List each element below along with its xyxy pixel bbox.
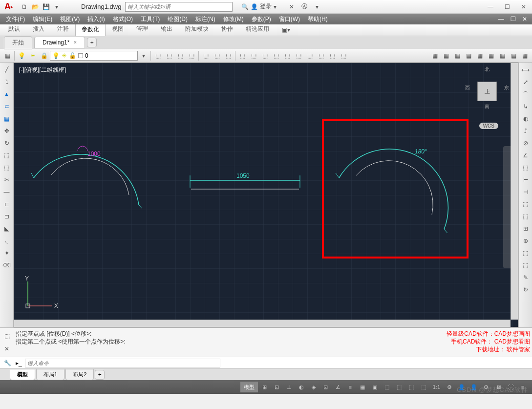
scale-label[interactable]: 1:1 — [430, 382, 443, 392]
menu-param[interactable]: 参数(P) — [248, 14, 275, 24]
layout-add-button[interactable]: + — [95, 370, 105, 380]
dim-ord-icon[interactable]: ↳ — [520, 101, 531, 112]
tool-m-icon[interactable]: ⬚ — [293, 50, 304, 61]
minimize-button[interactable]: — — [482, 1, 499, 13]
menu-dim[interactable]: 标注(N) — [192, 14, 219, 24]
offset-icon[interactable]: ⊂ — [1, 101, 12, 112]
rotate-icon[interactable]: ↻ — [1, 138, 12, 149]
explode-icon[interactable]: ✦ — [1, 248, 12, 258]
panel-g-icon[interactable]: ▦ — [497, 50, 508, 61]
ribtab-featured[interactable]: 精选应用 — [239, 22, 276, 36]
ribtab-more-icon[interactable]: ▣▾ — [276, 24, 297, 36]
qat-dropdown-icon[interactable]: ▾ — [52, 2, 62, 12]
panel-b-icon[interactable]: ▦ — [441, 50, 451, 61]
menu-format[interactable]: 格式(O) — [109, 14, 137, 24]
tool-n-icon[interactable]: ⬚ — [304, 50, 315, 61]
dim-tol-icon[interactable]: ⊞ — [520, 223, 531, 234]
scroll-h[interactable] — [14, 320, 511, 327]
menu-draw[interactable]: 绘图(D) — [164, 14, 192, 24]
move-icon[interactable]: ✥ — [1, 126, 12, 136]
trim-icon[interactable]: ✂ — [1, 174, 12, 185]
grid-icon[interactable]: ⊞ — [259, 382, 270, 392]
dim-dia-icon[interactable]: ⊘ — [520, 138, 531, 149]
cmd-up-icon[interactable]: ⬚ — [1, 331, 12, 342]
layer-drop-icon[interactable]: ▾ — [138, 50, 149, 61]
ribtab-output[interactable]: 输出 — [154, 22, 179, 36]
layer-lock-icon[interactable]: 🔒 — [39, 50, 49, 61]
polar-icon[interactable]: ◐ — [296, 382, 307, 392]
scale-icon[interactable]: ⬚ — [1, 150, 12, 161]
dim-aligned-icon[interactable]: ⤢ — [520, 77, 531, 87]
app-menu-icon[interactable]: Ⓐ — [299, 1, 310, 12]
line-icon[interactable]: ╱ — [1, 65, 12, 75]
ribtab-param[interactable]: 参数化 — [75, 23, 106, 36]
doc-close-button[interactable]: ✕ — [519, 14, 530, 24]
menu-tools[interactable]: 工具(T) — [137, 14, 164, 24]
tool-a-icon[interactable]: ⬚ — [152, 50, 163, 61]
tool-q-icon[interactable]: ⬚ — [338, 50, 349, 61]
erase-icon[interactable]: ⌫ — [1, 260, 12, 271]
add-tab-button[interactable]: + — [87, 38, 97, 47]
fillet-icon[interactable]: ◟ — [1, 236, 12, 246]
ribtab-view[interactable]: 视图 — [106, 22, 130, 36]
tool-e-icon[interactable]: ⬚ — [200, 50, 211, 61]
polyline-icon[interactable]: ⤵ — [1, 77, 12, 87]
tool-k-icon[interactable]: ⬚ — [271, 50, 281, 61]
dim-center-icon[interactable]: ⊕ — [520, 236, 531, 246]
tool-p-icon[interactable]: ⬚ — [327, 50, 338, 61]
dim-rad-icon[interactable]: ◐ — [520, 113, 531, 124]
array-icon[interactable]: ▦ — [1, 113, 12, 124]
dim-break-icon[interactable]: ⬚ — [520, 211, 531, 222]
cycle-icon[interactable]: ▣ — [369, 382, 380, 392]
menu-window[interactable]: 窗口(W) — [275, 14, 304, 24]
ortho-icon[interactable]: ⊥ — [284, 382, 295, 392]
dim-insp-icon[interactable]: ⬚ — [520, 248, 531, 258]
layout-model[interactable]: 模型 — [10, 369, 35, 380]
iso-icon[interactable]: ◈ — [308, 382, 319, 392]
gear-icon[interactable]: ⚙ — [444, 382, 455, 392]
3dosnap-icon[interactable]: ⬚ — [382, 382, 392, 392]
stretch-icon[interactable]: ⬚ — [1, 162, 12, 173]
doc-restore-button[interactable]: ❐ — [508, 14, 518, 24]
qat-open-icon[interactable]: 📂 — [30, 2, 40, 12]
status-model[interactable]: 模型 — [240, 382, 258, 392]
ribtab-annotate[interactable]: 注释 — [51, 22, 75, 36]
cmd-tool-icon[interactable]: 🔧 — [2, 358, 13, 368]
close-tab-icon[interactable]: × — [73, 39, 77, 46]
ribtab-collab[interactable]: 协作 — [215, 22, 239, 36]
scroll-v[interactable] — [511, 63, 518, 320]
menu-view[interactable]: 视图(V) — [56, 14, 84, 24]
maximize-button[interactable]: ☐ — [499, 1, 515, 13]
menu-help[interactable]: 帮助(H) — [304, 14, 332, 24]
layout-2[interactable]: 布局2 — [65, 369, 94, 380]
trans-icon[interactable]: ▦ — [357, 382, 368, 392]
wcs-label[interactable]: WCS — [479, 123, 498, 129]
snap-icon[interactable]: ⊡ — [272, 382, 282, 392]
menu-modify[interactable]: 修改(M) — [219, 14, 248, 24]
dim-base-icon[interactable]: ⊢ — [520, 174, 531, 185]
help-dropdown-icon[interactable]: ▾ — [312, 1, 322, 12]
dim-upd-icon[interactable]: ↻ — [520, 284, 531, 295]
doctab-start[interactable]: 开始 — [4, 36, 32, 49]
tool-o-icon[interactable]: ⬚ — [316, 50, 326, 61]
tool-g-icon[interactable]: ⬚ — [223, 50, 234, 61]
join-icon[interactable]: ⊐ — [1, 211, 12, 222]
panel-i-icon[interactable]: ▦ — [519, 50, 530, 61]
layer-bulb-icon[interactable]: 💡 — [16, 50, 27, 61]
layer-props-icon[interactable]: ▦ — [2, 50, 13, 61]
ribtab-manage[interactable]: 管理 — [130, 22, 154, 36]
mirror-icon[interactable]: ▲ — [1, 89, 12, 100]
tool-h-icon[interactable]: ⬚ — [237, 50, 248, 61]
qat-new-icon[interactable]: 🗋 — [20, 2, 29, 12]
osnap-icon[interactable]: ⊡ — [320, 382, 331, 392]
dim-ang-icon[interactable]: ∠ — [520, 150, 531, 161]
dim-arc-icon[interactable]: ⌒ — [520, 89, 531, 100]
panel-a-icon[interactable]: ▦ — [429, 50, 440, 61]
ribtab-addon[interactable]: 附加模块 — [179, 22, 215, 36]
tool-c-icon[interactable]: ⬚ — [175, 50, 186, 61]
qat-save-icon[interactable]: 💾 — [41, 2, 51, 12]
chamfer-icon[interactable]: ◣ — [1, 223, 12, 234]
extend-icon[interactable]: — — [1, 187, 12, 197]
tool-l-icon[interactable]: ⬚ — [282, 50, 293, 61]
dim-edit-icon[interactable]: ✎ — [520, 272, 531, 283]
